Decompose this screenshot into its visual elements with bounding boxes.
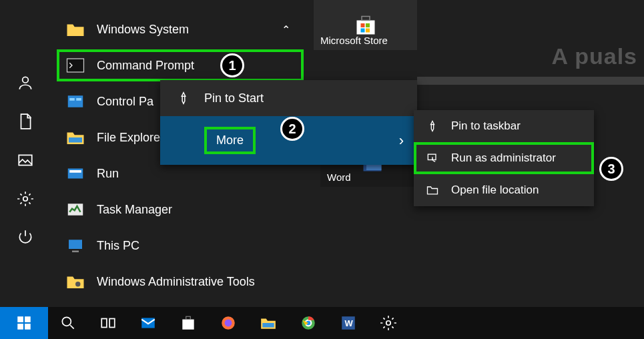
watermark-text: A puals [551,43,637,69]
svg-rect-31 [182,320,194,330]
taskbar-search[interactable] [48,307,88,339]
context-menu-more: Pin to taskbar Run as administrator Open… [414,110,594,206]
svg-rect-23 [17,316,23,322]
pictures-icon[interactable] [16,151,35,170]
taskbar-word[interactable]: W [328,307,368,339]
program-label: Command Prompt [97,59,194,73]
program-task-manager[interactable]: Task Manager [57,194,304,226]
document-icon[interactable] [16,112,35,131]
svg-rect-29 [109,319,115,328]
store-icon [354,13,378,37]
program-label: Windows Administrative Tools [97,275,255,289]
svg-rect-11 [67,59,84,72]
svg-rect-35 [262,323,274,328]
settings-gear-icon[interactable] [16,190,35,208]
folder-label: Windows System [97,23,189,37]
svg-rect-14 [76,98,81,101]
tile-microsoft-store[interactable]: Microsoft Store [314,0,417,50]
user-icon[interactable] [16,73,35,92]
this-pc-icon [65,235,86,256]
svg-rect-7 [360,29,364,33]
svg-point-2 [23,197,27,202]
admin-tools-icon [65,271,86,292]
svg-rect-25 [17,324,23,330]
svg-rect-17 [69,170,81,173]
menu-pin-to-start[interactable]: Pin to Start [160,80,417,116]
menu-label: More [204,127,256,154]
svg-point-0 [22,77,28,83]
file-explorer-icon [65,127,86,148]
svg-rect-5 [360,23,364,27]
taskbar-file-explorer[interactable] [248,307,288,339]
menu-label: Run as administrator [451,151,556,165]
taskbar-chrome[interactable] [288,307,328,339]
taskbar-mail[interactable] [128,307,168,339]
annotation-badge-3: 3 [599,157,623,181]
program-admin-tools[interactable]: Windows Administrative Tools [57,266,304,298]
start-button[interactable] [0,307,48,339]
svg-text:W: W [345,318,354,328]
svg-rect-13 [69,98,75,101]
menu-pin-to-taskbar[interactable]: Pin to taskbar [414,110,594,142]
power-icon[interactable] [16,228,35,247]
taskbar-task-view[interactable] [88,307,128,339]
menu-open-file-location[interactable]: Open file location [414,174,594,206]
program-label: This PC [97,239,139,253]
svg-rect-15 [69,137,82,143]
annotation-badge-2: 2 [280,117,304,141]
svg-rect-20 [72,251,79,253]
svg-rect-1 [19,155,32,165]
svg-point-41 [386,321,391,326]
program-command-prompt[interactable]: Command Prompt [57,49,304,81]
svg-rect-6 [366,23,370,27]
watermark-underline [417,77,644,85]
annotation-badge-1: 1 [220,53,244,77]
svg-point-34 [225,320,232,327]
svg-rect-22 [428,154,436,159]
svg-rect-32 [186,316,191,319]
taskbar-store[interactable] [168,307,208,339]
run-icon [65,163,86,184]
control-panel-icon [65,91,86,112]
program-label: Control Pa [97,95,153,109]
chevron-up-icon: ⌃ [282,23,290,36]
svg-rect-26 [25,324,31,330]
svg-rect-28 [101,319,107,328]
task-manager-icon [65,199,86,220]
svg-rect-24 [25,316,31,322]
folder-icon [65,19,86,40]
taskbar-firefox[interactable] [208,307,248,339]
start-tiles: Microsoft Store [314,0,434,55]
menu-label: Pin to taskbar [451,119,521,133]
taskbar-settings[interactable] [368,307,408,339]
svg-rect-12 [68,95,83,107]
chevron-right-icon: › [399,132,404,149]
svg-rect-4 [362,17,370,21]
menu-label: Pin to Start [204,91,264,105]
program-this-pc[interactable]: This PC [57,230,304,262]
program-label: Run [97,167,119,181]
menu-label: Open file location [451,184,539,197]
svg-point-21 [75,282,81,287]
svg-rect-16 [68,169,83,179]
folder-windows-system[interactable]: Windows System ⌃ [57,13,304,45]
svg-rect-8 [366,29,370,33]
svg-rect-19 [69,240,82,249]
svg-point-27 [62,317,71,326]
menu-run-as-administrator[interactable]: Run as administrator [414,142,594,174]
start-left-strip [0,0,50,307]
taskbar: W [0,307,644,339]
program-label: Task Manager [97,203,172,217]
program-label: File Explore [97,131,160,145]
cmd-icon [65,55,86,76]
tile-label: Word [327,172,351,183]
